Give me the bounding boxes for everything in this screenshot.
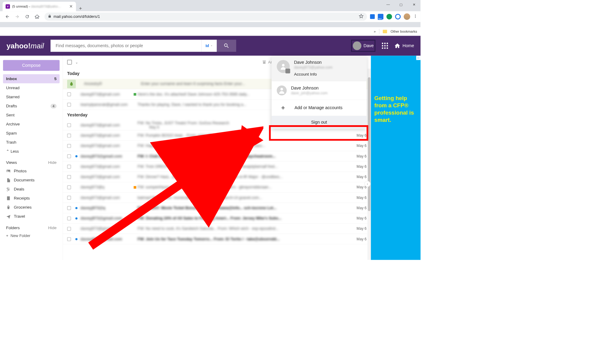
browser-menu-icon[interactable] (413, 14, 418, 19)
address-bar[interactable]: mail.yahoo.com/d/folders/1 (44, 12, 367, 21)
search-options-dropdown[interactable] (202, 40, 217, 52)
scroll-right-icon[interactable]: › (364, 181, 370, 187)
other-bookmarks-link[interactable]: Other bookmarks (391, 29, 417, 33)
new-tab-button[interactable]: + (79, 5, 82, 11)
scrollbar-track[interactable] (367, 69, 371, 260)
window-minimize[interactable]: — (382, 0, 395, 9)
bookmark-star-icon[interactable] (359, 14, 364, 20)
user-account-chip[interactable]: Dave (351, 40, 375, 52)
select-all-checkbox[interactable] (67, 60, 72, 65)
select-dropdown-icon[interactable]: ⌄ (75, 60, 78, 64)
folder-item-starred[interactable]: Starred (3, 93, 60, 102)
message-checkbox[interactable] (67, 134, 71, 138)
bookmarks-overflow-icon[interactable]: » (374, 29, 376, 33)
message-row[interactable]: daveyj973@gmail.comFW: Donating 24% of A… (63, 213, 371, 223)
yahoo-mail-logo[interactable]: yahoo!mail (6, 41, 44, 50)
browser-tab[interactable]: (5 unread) - daveyj973@yaho... ✕ (3, 2, 76, 11)
message-checkbox[interactable] (67, 144, 71, 148)
folder-item-unread[interactable]: Unread (3, 83, 60, 93)
sidebar: Compose Inbox5UnreadStarredDrafts4SentAr… (0, 56, 63, 260)
forward-button[interactable] (13, 12, 22, 21)
primary-account-row[interactable]: Dave Johnson daveyj973@yahoo.com Account… (272, 56, 366, 81)
svg-rect-5 (208, 44, 209, 47)
secondary-account-row[interactable]: Dave Johnson dave_joh@yahoo.com (272, 81, 366, 100)
message-indicator (132, 93, 138, 96)
folder-item-drafts[interactable]: Drafts4 (3, 102, 60, 111)
new-folder-button[interactable]: + New Folder (3, 232, 60, 240)
message-checkbox[interactable] (67, 216, 71, 220)
compose-button[interactable]: Compose (3, 60, 60, 71)
message-checkbox[interactable] (67, 154, 71, 158)
message-checkbox[interactable] (67, 237, 71, 241)
svg-point-15 (280, 88, 283, 91)
message-row[interactable]: daveyj973@gmail.comFW: No need to cook, … (63, 224, 371, 234)
message-row[interactable]: daveyj973@gmail.comFW: Dinner? HasL. Jum… (63, 172, 371, 182)
search-button[interactable] (217, 40, 236, 52)
home-link[interactable]: Home (394, 43, 414, 49)
folder-icon (383, 30, 387, 33)
message-row[interactable]: daveyj973@gmail.comFW: Happy National Re… (63, 141, 371, 151)
window-close[interactable]: ✕ (408, 0, 421, 9)
message-row[interactable]: daveyj973@qFW: TODAY: Movie Ticket Bonus… (63, 203, 371, 213)
search-input[interactable] (50, 40, 202, 52)
view-item-travel[interactable]: Travel (3, 212, 60, 221)
home-button[interactable] (33, 12, 42, 21)
view-item-photos[interactable]: Photos (3, 167, 60, 176)
tab-title: (5 unread) - daveyj973@yaho... (12, 5, 67, 8)
message-row[interactable]: daveyj973@gmail.comFW: Pumpkin BOGO trea… (63, 130, 371, 141)
account-email: daveyj973@yahoo.com (294, 65, 361, 70)
unread-dot (75, 207, 77, 209)
folder-item-spam[interactable]: Spam (3, 129, 60, 138)
window-maximize[interactable]: ▢ (395, 0, 408, 9)
apps-grid-icon[interactable] (382, 43, 388, 49)
message-checkbox[interactable] (67, 196, 71, 200)
message-checkbox[interactable] (67, 185, 71, 189)
message-checkbox[interactable] (67, 103, 71, 107)
svg-point-7 (7, 171, 8, 171)
travel-icon (6, 214, 11, 219)
svg-point-1 (415, 16, 416, 16)
scrollbar-thumb[interactable] (368, 77, 371, 211)
deals-icon (6, 187, 11, 192)
message-row[interactable]: daveyj973@gmail.comFW: Join Us for Taco … (63, 234, 371, 244)
message-checkbox[interactable] (67, 164, 71, 168)
folder-item-trash[interactable]: Trash (3, 138, 60, 147)
message-subject: FW: Donating 24% of All Sales to Feeding… (138, 216, 345, 221)
view-item-documents[interactable]: Documents (3, 176, 60, 185)
message-checkbox[interactable] (67, 92, 71, 96)
add-manage-accounts-row[interactable]: + Add or Manage accounts (272, 100, 366, 116)
message-checkbox[interactable] (67, 227, 71, 231)
folder-item-sent[interactable]: Sent (3, 111, 60, 120)
message-row[interactable]: daveyj973@qFW: sumperiHysm Own A Franchi… (63, 182, 371, 193)
folder-item-archive[interactable]: Archive (3, 120, 60, 129)
browser-profile-avatar[interactable] (404, 13, 410, 20)
message-checkbox[interactable] (67, 123, 71, 127)
view-item-deals[interactable]: Deals (3, 185, 60, 194)
back-button[interactable] (3, 12, 12, 21)
folder-item-inbox[interactable]: Inbox5 (3, 74, 60, 83)
view-item-receipts[interactable]: Receipts (3, 194, 60, 203)
extension-icon[interactable] (370, 14, 375, 19)
message-row[interactable]: daveyj973@gmail.combatmazf Brals From: m… (63, 193, 371, 203)
message-subject: FW: Happy National Red Velvet Cake Day! … (138, 144, 345, 148)
tab-close-icon[interactable]: ✕ (69, 4, 73, 9)
extension-icon[interactable] (386, 14, 392, 20)
message-row[interactable]: daveyj973@gmail.comFW: Trick OREO?® Trea… (63, 161, 371, 172)
message-sender: teamylpanorak@gmail.com (80, 102, 132, 107)
message-checkbox[interactable] (67, 206, 71, 210)
ad-indicator-icon[interactable]: ▷ (416, 56, 421, 60)
extension-icon[interactable] (395, 14, 401, 20)
hide-views-link[interactable]: Hide (48, 160, 57, 165)
message-row[interactable]: daveyj973@gmail.comFW: I: Club Exclusive… (63, 151, 371, 161)
message-checkbox[interactable] (67, 175, 71, 179)
account-info-link[interactable]: Account Info (294, 72, 361, 77)
reload-button[interactable] (23, 12, 32, 21)
ad-sidebar: ▷ Getting help from a CFP® professional … (371, 56, 421, 260)
less-toggle[interactable]: ⌃ Less (3, 147, 60, 156)
hide-folders-link[interactable]: Hide (48, 225, 57, 230)
account-avatar (277, 60, 290, 73)
sign-out-button[interactable]: Sign out (272, 116, 366, 128)
extension-icon[interactable] (378, 14, 384, 20)
message-sender: daveyj973@gmail.com (80, 164, 132, 169)
view-item-groceries[interactable]: Groceries (3, 203, 60, 212)
